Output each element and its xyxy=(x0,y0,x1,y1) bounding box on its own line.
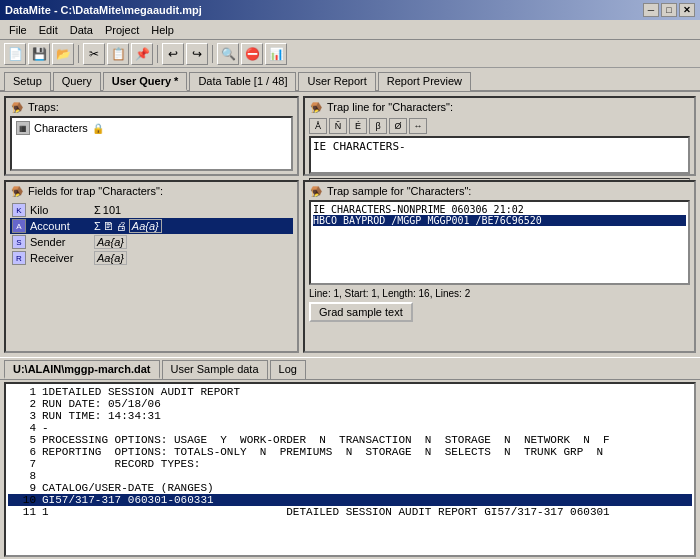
log-line-3: 3 RUN TIME: 14:34:31 xyxy=(8,410,692,422)
menu-file[interactable]: File xyxy=(4,23,32,37)
field-sender[interactable]: S Sender Aa{a} xyxy=(10,234,293,250)
log-line-8: 8 xyxy=(8,470,692,482)
account-font-icon[interactable]: Aa{a} xyxy=(129,219,162,233)
tab-report-preview[interactable]: Report Preview xyxy=(378,72,471,91)
toolbar-open[interactable]: 📂 xyxy=(52,43,74,65)
account-tool2[interactable]: 🖹 xyxy=(103,220,114,232)
field-receiver-icon: R xyxy=(12,251,26,265)
toolbar-cut[interactable]: ✂ xyxy=(83,43,105,65)
maximize-button[interactable]: □ xyxy=(661,3,677,17)
field-sender-tools: Aa{a} xyxy=(94,235,127,249)
log-line-5: 5 PROCESSING OPTIONS: USAGE Y WORK-ORDER… xyxy=(8,434,692,446)
traps-box: 🪤 Traps: ▦ Characters 🔒 xyxy=(4,96,299,176)
traps-header: 🪤 Traps: xyxy=(6,98,297,116)
toolbar-copy[interactable]: 📋 xyxy=(107,43,129,65)
tab-user-report[interactable]: User Report xyxy=(298,72,375,91)
toolbar-save[interactable]: 💾 xyxy=(28,43,50,65)
menu-help[interactable]: Help xyxy=(146,23,179,37)
trap-btn-a[interactable]: Å xyxy=(309,118,327,134)
log-text-1: 1DETAILED SESSION AUDIT REPORT xyxy=(42,386,240,398)
tab-query[interactable]: Query xyxy=(53,72,101,91)
field-kilo-icon: K xyxy=(12,203,26,217)
toolbar-search[interactable]: 🔍 xyxy=(217,43,239,65)
tab-data-table[interactable]: Data Table [1 / 48] xyxy=(189,72,296,91)
log-line-11: 11 1 DETAILED SESSION AUDIT REPORT GI57/… xyxy=(8,506,692,518)
main-content: 🪤 Traps: ▦ Characters 🔒 🪤 Fields for tra… xyxy=(0,92,700,357)
log-panel[interactable]: 1 1DETAILED SESSION AUDIT REPORT 2 RUN D… xyxy=(4,382,696,557)
account-tool3[interactable]: 🖨 xyxy=(116,220,127,232)
close-button[interactable]: ✕ xyxy=(679,3,695,17)
window-title: DataMite - C:\DataMite\megaaudit.mpj xyxy=(5,4,202,16)
account-tool1[interactable]: Σ xyxy=(94,220,101,232)
toolbar-new[interactable]: 📄 xyxy=(4,43,26,65)
log-line-2: 2 RUN DATE: 05/18/06 xyxy=(8,398,692,410)
toolbar-stop[interactable]: ⛔ xyxy=(241,43,263,65)
toolbar: 📄 💾 📂 ✂ 📋 📌 ↩ ↪ 🔍 ⛔ 📊 xyxy=(0,40,700,68)
traps-list[interactable]: ▦ Characters 🔒 xyxy=(10,116,293,171)
tab-user-query[interactable]: User Query * xyxy=(103,72,188,91)
fields-icon: 🪤 xyxy=(10,184,24,198)
log-linenum-11: 11 xyxy=(8,506,36,518)
trap-line-label: Trap line for "Characters": xyxy=(327,101,453,113)
right-panel: 🪤 Trap line for "Characters": Å Ñ É β Ø … xyxy=(303,96,696,353)
tab-setup[interactable]: Setup xyxy=(4,72,51,91)
trap-item-characters[interactable]: ▦ Characters 🔒 xyxy=(14,120,289,136)
trap-line-header: 🪤 Trap line for "Characters": xyxy=(305,98,694,116)
grad-sample-text-button[interactable]: Grad sample text xyxy=(309,302,413,322)
sample-info: Line: 1, Start: 1, Length: 16, Lines: 2 xyxy=(305,287,694,300)
sample-content[interactable]: IE CHARACTERS-NONPRIME 060306 21:02 HBCO… xyxy=(309,200,690,285)
toolbar-chart[interactable]: 📊 xyxy=(265,43,287,65)
main-tabs: Setup Query User Query * Data Table [1 /… xyxy=(0,68,700,92)
field-sender-icon: S xyxy=(12,235,26,249)
title-bar-buttons: ─ □ ✕ xyxy=(643,3,695,17)
field-account-tools: Σ 🖹 🖨 Aa{a} xyxy=(94,219,162,233)
trap-btn-0[interactable]: Ø xyxy=(389,118,407,134)
menu-edit[interactable]: Edit xyxy=(34,23,63,37)
fields-label: Fields for trap "Characters": xyxy=(28,185,163,197)
traps-icon: 🪤 xyxy=(10,100,24,114)
toolbar-redo[interactable]: ↪ xyxy=(186,43,208,65)
log-linenum-8: 8 xyxy=(8,470,36,482)
log-line-6: 6 REPORTING OPTIONS: TOTALS-ONLY N PREMI… xyxy=(8,446,692,458)
field-receiver[interactable]: R Receiver Aa{a} xyxy=(10,250,293,266)
menu-project[interactable]: Project xyxy=(100,23,144,37)
log-text-5: PROCESSING OPTIONS: USAGE Y WORK-ORDER N… xyxy=(42,434,610,446)
trap-sample-box: 🪤 Trap sample for "Characters": IE CHARA… xyxy=(303,180,696,353)
log-linenum-10: 10 xyxy=(8,494,36,506)
trap-sample-header: 🪤 Trap sample for "Characters": xyxy=(305,182,694,200)
log-line-1: 1 1DETAILED SESSION AUDIT REPORT xyxy=(8,386,692,398)
field-sender-name: Sender xyxy=(30,236,90,248)
toolbar-sep3 xyxy=(212,45,213,63)
field-account[interactable]: A Account Σ 🖹 🖨 Aa{a} xyxy=(10,218,293,234)
log-line-9: 9 CATALOG/USER-DATE (RANGES) xyxy=(8,482,692,494)
log-text-11: 1 DETAILED SESSION AUDIT REPORT GI57/317… xyxy=(42,506,610,518)
log-line-4: 4 - xyxy=(8,422,692,434)
receiver-font-icon[interactable]: Aa{a} xyxy=(94,251,127,265)
menu-bar: File Edit Data Project Help xyxy=(0,20,700,40)
trap-btn-e[interactable]: É xyxy=(349,118,367,134)
toolbar-undo[interactable]: ↩ xyxy=(162,43,184,65)
bottom-tab-user-sample[interactable]: User Sample data xyxy=(162,360,268,379)
toolbar-paste[interactable]: 📌 xyxy=(131,43,153,65)
log-text-2: RUN DATE: 05/18/06 xyxy=(42,398,161,410)
log-text-3: RUN TIME: 14:34:31 xyxy=(42,410,161,422)
menu-data[interactable]: Data xyxy=(65,23,98,37)
field-receiver-tools: Aa{a} xyxy=(94,251,127,265)
sender-font-icon[interactable]: Aa{a} xyxy=(94,235,127,249)
traps-label: Traps: xyxy=(28,101,59,113)
log-text-4: - xyxy=(42,422,49,434)
log-linenum-5: 5 xyxy=(8,434,36,446)
log-linenum-9: 9 xyxy=(8,482,36,494)
trap-line-icon: 🪤 xyxy=(309,100,323,114)
log-line-7: 7 RECORD TYPES: xyxy=(8,458,692,470)
minimize-button[interactable]: ─ xyxy=(643,3,659,17)
trap-btn-b[interactable]: β xyxy=(369,118,387,134)
trap-icon: ▦ xyxy=(16,121,30,135)
trap-btn-arr[interactable]: ↔ xyxy=(409,118,427,134)
trap-btn-n[interactable]: Ñ xyxy=(329,118,347,134)
bottom-tab-log[interactable]: Log xyxy=(270,360,306,379)
trap-line-content[interactable]: IE CHARACTERS- xyxy=(309,136,690,174)
log-linenum-1: 1 xyxy=(8,386,36,398)
bottom-tab-file[interactable]: U:\ALAIN\mggp-march.dat xyxy=(4,360,160,379)
field-kilo[interactable]: K Kilo Σ 101 xyxy=(10,202,293,218)
